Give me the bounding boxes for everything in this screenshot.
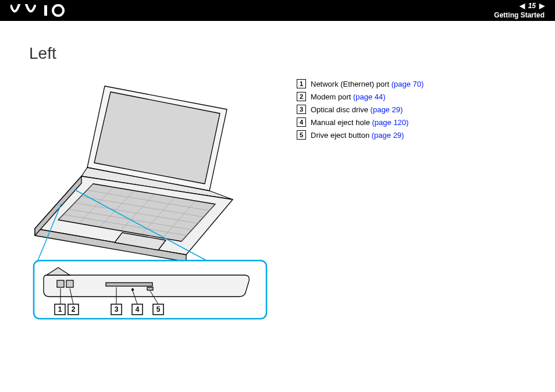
legend-item: 2 Modem port (page 44) — [297, 92, 532, 101]
svg-text:3: 3 — [115, 305, 119, 313]
legend-number-box: 3 — [297, 105, 306, 114]
svg-text:4: 4 — [136, 305, 140, 313]
svg-text:2: 2 — [72, 305, 76, 313]
page-reference-link[interactable]: (page 44) — [353, 92, 386, 101]
legend-text: Network (Ethernet) port — [311, 80, 392, 88]
svg-rect-27 — [106, 283, 152, 286]
page-reference-link[interactable]: (page 29) — [372, 131, 404, 140]
vaio-logo-icon — [10, 4, 74, 17]
legend-text: Manual eject hole — [311, 118, 372, 127]
svg-point-28 — [132, 289, 134, 291]
legend-text: Modem port — [311, 92, 353, 101]
callout-box-4: 4 — [132, 304, 143, 315]
legend-text: Drive eject button — [311, 131, 372, 140]
page-title: Left — [29, 44, 285, 63]
legend-number-box: 2 — [297, 92, 306, 101]
page-reference-link[interactable]: (page 70) — [392, 80, 424, 88]
callout-box-3: 3 — [111, 304, 122, 315]
legend-number-box: 1 — [297, 79, 306, 88]
legend-number-box: 4 — [297, 117, 306, 127]
legend-item: 5 Drive eject button (page 29) — [297, 130, 532, 140]
svg-point-1 — [53, 5, 63, 16]
svg-text:5: 5 — [156, 305, 161, 313]
laptop-diagram: 1 2 3 4 5 — [29, 80, 273, 325]
section-heading: Getting Started — [494, 11, 545, 19]
svg-text:1: 1 — [58, 305, 62, 313]
callout-box-2: 2 — [68, 304, 79, 315]
svg-rect-29 — [147, 287, 153, 290]
page-header: ◀ 15 ▶ Getting Started — [0, 0, 555, 21]
svg-rect-0 — [44, 5, 47, 16]
svg-rect-26 — [66, 280, 73, 287]
legend-list: 1 Network (Ethernet) port (page 70) 2 Mo… — [285, 44, 532, 325]
next-page-icon[interactable]: ▶ — [539, 2, 545, 10]
legend-item: 1 Network (Ethernet) port (page 70) — [297, 79, 532, 88]
prev-page-icon[interactable]: ◀ — [520, 2, 525, 10]
legend-text: Optical disc drive — [311, 105, 371, 114]
page-number: 15 — [528, 2, 536, 10]
callout-box-1: 1 — [55, 304, 65, 315]
legend-item: 3 Optical disc drive (page 29) — [297, 105, 532, 114]
page-reference-link[interactable]: (page 29) — [371, 105, 403, 114]
callout-box-5: 5 — [153, 304, 163, 315]
legend-item: 4 Manual eject hole (page 120) — [297, 117, 532, 127]
page-number-nav: ◀ 15 ▶ — [520, 2, 545, 10]
legend-number-box: 5 — [297, 130, 306, 140]
page-reference-link[interactable]: (page 120) — [372, 118, 409, 127]
svg-rect-25 — [57, 280, 64, 287]
